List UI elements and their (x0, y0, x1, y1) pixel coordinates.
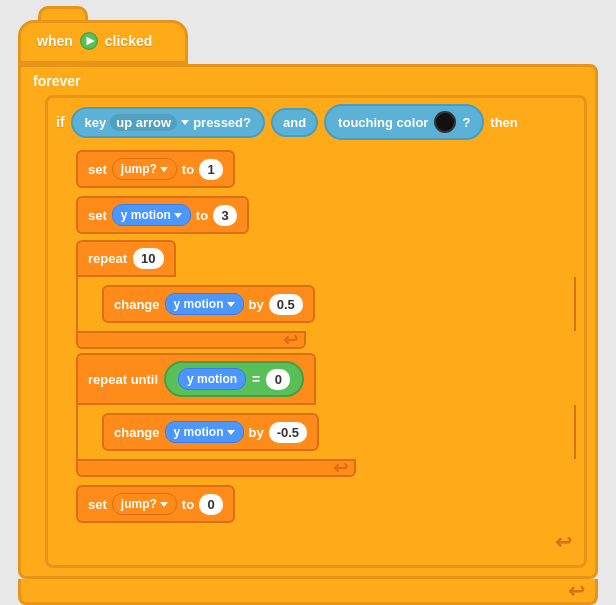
repeat10-label: repeat (88, 251, 127, 266)
repeat10-inner: change y motion by 0.5 (76, 277, 576, 331)
change1-by: by (249, 297, 264, 312)
scratch-container: when clicked forever if key (0, 0, 616, 605)
when-label: when (37, 33, 73, 49)
if-block: if key up arrow pressed? and touchin (45, 95, 587, 568)
forever-curly-arrow: ↩ (568, 579, 585, 603)
jump-variable[interactable]: jump? (112, 158, 177, 180)
change2-block[interactable]: change y motion by -0.5 (102, 413, 319, 451)
forever-label: forever (29, 67, 587, 95)
condition-value[interactable]: 0 (266, 369, 290, 390)
repeat10-header[interactable]: repeat 10 (76, 240, 176, 277)
main-block: when clicked forever if key (18, 20, 598, 605)
forever-footer: ↩ (18, 579, 598, 605)
ymotion-variable[interactable]: y motion (112, 204, 191, 226)
set-jump0-block[interactable]: set jump? to 0 (76, 485, 235, 523)
ymotion-dropdown-icon[interactable] (174, 213, 182, 218)
set1-to: to (182, 162, 194, 177)
set-jump-block[interactable]: set jump? to 1 (76, 150, 235, 188)
change1-block[interactable]: change y motion by 0.5 (102, 285, 315, 323)
key-pressed-block[interactable]: key up arrow pressed? (71, 107, 265, 138)
repeat-until-container: repeat until y motion = 0 (76, 353, 576, 477)
change2-variable[interactable]: y motion (165, 421, 244, 443)
set2-to: to (196, 208, 208, 223)
set3-to: to (182, 497, 194, 512)
repeat10-value[interactable]: 10 (133, 248, 163, 269)
key-dropdown-icon[interactable] (181, 120, 189, 125)
change1-value[interactable]: 0.5 (269, 294, 303, 315)
set-ymotion-row: set y motion to 3 (76, 192, 576, 238)
set2-label: set (88, 208, 107, 223)
hat-block[interactable]: when clicked (18, 20, 188, 64)
if-end-cap: ↩ (48, 527, 584, 557)
set-ymotion-block[interactable]: set y motion to 3 (76, 196, 249, 234)
jump0-dropdown-icon[interactable] (160, 502, 168, 507)
repeat-until-label: repeat until (88, 372, 158, 387)
repeat-until-inner: change y motion by -0.5 (76, 405, 576, 459)
and-block: and (271, 108, 318, 137)
then-label: then (490, 115, 517, 130)
change2-by: by (249, 425, 264, 440)
forever-block: forever if key up arrow pressed? and (18, 64, 598, 579)
ymotion-value[interactable]: 3 (213, 205, 237, 226)
touching-color-label: touching color (338, 115, 428, 130)
condition-variable[interactable]: y motion (178, 368, 246, 390)
question-label: ? (462, 115, 470, 130)
if-label: if (56, 114, 65, 130)
change1-variable[interactable]: y motion (165, 293, 244, 315)
jump-dropdown-icon[interactable] (160, 167, 168, 172)
set1-label: set (88, 162, 107, 177)
equals-sign: = (252, 371, 260, 387)
repeat-until-curly-arrow: ↩ (333, 457, 354, 479)
clicked-label: clicked (105, 33, 152, 49)
jump0-variable[interactable]: jump? (112, 493, 177, 515)
change2-label: change (114, 425, 160, 440)
change2-row: change y motion by -0.5 (102, 409, 570, 455)
change1-row: change y motion by 0.5 (102, 281, 570, 327)
change2-value[interactable]: -0.5 (269, 422, 307, 443)
change1-label: change (114, 297, 160, 312)
color-swatch[interactable] (434, 111, 456, 133)
change2-dropdown-icon[interactable] (227, 430, 235, 435)
jump-value[interactable]: 1 (199, 159, 223, 180)
repeat10-container: repeat 10 change y motion (76, 240, 576, 349)
change1-dropdown-icon[interactable] (227, 302, 235, 307)
key-value: up arrow (110, 114, 177, 131)
if-row: if key up arrow pressed? and touchin (56, 98, 576, 146)
if-curly-arrow: ↩ (48, 527, 584, 557)
key-label: key (85, 115, 107, 130)
set-jump-row: set jump? to 1 (76, 146, 576, 192)
pressed-label: pressed? (193, 115, 251, 130)
set-jump0-row: set jump? to 0 (76, 481, 576, 527)
y-motion-condition[interactable]: y motion = 0 (164, 361, 304, 397)
set3-label: set (88, 497, 107, 512)
repeat-until-footer: ↩ (76, 459, 356, 477)
green-flag-icon (79, 31, 99, 51)
repeat10-curly-arrow: ↩ (283, 329, 304, 351)
repeat-until-header[interactable]: repeat until y motion = 0 (76, 353, 316, 405)
jump0-value[interactable]: 0 (199, 494, 223, 515)
repeat10-footer: ↩ (76, 331, 306, 349)
touching-color-block[interactable]: touching color ? (324, 104, 484, 140)
and-label: and (283, 115, 306, 130)
